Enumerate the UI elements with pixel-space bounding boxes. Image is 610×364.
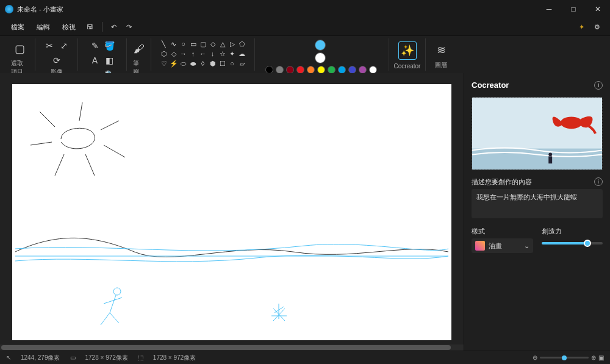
fill-icon[interactable]: 🪣 xyxy=(104,40,116,52)
creativity-slider[interactable] xyxy=(542,242,603,244)
zoom-in-icon[interactable]: ⊕ xyxy=(591,354,596,361)
menubar: 檔案 編輯 檢視 🖫 ↶ ↷ ✦ ⚙ xyxy=(0,18,610,35)
svg-rect-2 xyxy=(472,149,602,170)
redo-icon[interactable]: ↷ xyxy=(123,21,135,34)
svg-rect-4 xyxy=(548,156,552,163)
zoom-control[interactable]: ⊖ ⊕ ▣ xyxy=(533,354,604,361)
cocreator-title: Cocreator xyxy=(472,80,509,90)
copilot-icon[interactable]: ✦ xyxy=(575,21,588,34)
color-primary[interactable] xyxy=(315,40,326,51)
fit-icon[interactable]: ▣ xyxy=(598,354,604,361)
menu-file[interactable]: 檔案 xyxy=(6,20,29,34)
style-select[interactable]: 油畫 ⌄ xyxy=(472,238,533,253)
svg-point-0 xyxy=(113,288,121,295)
resize-icon[interactable]: ⤢ xyxy=(58,40,70,52)
brush-icon[interactable]: 🖌 xyxy=(130,40,148,58)
pencil-icon[interactable]: ✎ xyxy=(89,40,101,52)
cocreator-icon[interactable]: ✨ xyxy=(398,41,417,60)
creativity-label: 創造力 xyxy=(542,227,562,236)
canvas-area xyxy=(0,73,464,351)
cocreator-preview[interactable] xyxy=(472,97,603,170)
titlebar: 未命名 - 小畫家 ─ □ ✕ xyxy=(0,0,610,18)
save-icon[interactable]: 🖫 xyxy=(83,21,97,33)
prompt-input[interactable] xyxy=(472,189,603,218)
canvas[interactable] xyxy=(12,84,451,340)
ribbon-label-layers: 圖層 xyxy=(435,61,447,70)
drawing-sketch xyxy=(12,84,451,340)
settings-icon[interactable]: ⚙ xyxy=(590,21,604,34)
text-icon[interactable]: A xyxy=(89,54,101,66)
maximize-button[interactable]: □ xyxy=(561,0,586,18)
horizontal-scrollbar[interactable] xyxy=(0,344,464,351)
close-button[interactable]: ✕ xyxy=(586,0,610,18)
menu-edit[interactable]: 編輯 xyxy=(32,20,55,34)
zoom-out-icon[interactable]: ⊖ xyxy=(533,354,537,361)
style-thumb-icon xyxy=(475,241,485,251)
eraser-icon[interactable]: ◧ xyxy=(104,54,116,66)
canvas-size: 1728 × 972像素 xyxy=(85,354,128,362)
cocreator-panel: Cocreator i xyxy=(464,73,610,351)
minimize-button[interactable]: ─ xyxy=(537,0,561,18)
info-icon[interactable]: i xyxy=(594,81,603,90)
ribbon-label-cocreator: Cocreator xyxy=(394,63,421,70)
statusbar: ↖ 1244, 279像素 ▭ 1728 × 972像素 ⬚ 1728 × 97… xyxy=(0,351,610,364)
crop-icon[interactable]: ✂ xyxy=(43,40,56,52)
canvas-size-icon: ▭ xyxy=(70,354,76,361)
layers-icon[interactable]: ≋ xyxy=(432,41,450,59)
menu-view[interactable]: 檢視 xyxy=(57,20,81,34)
style-label: 樣式 xyxy=(472,227,485,236)
info-icon[interactable]: i xyxy=(594,177,603,186)
shapes-grid[interactable]: ╲∿○▭▢◇△▷⬠ ⬡◇→↑←↓☆✦☁ ♡⚡⬭⬬◊⬢☐○▱ xyxy=(160,40,246,68)
app-icon xyxy=(5,5,13,13)
print-size-icon: ⬚ xyxy=(138,354,143,361)
svg-point-5 xyxy=(561,116,583,129)
main-area: Cocreator i xyxy=(0,73,610,351)
window-title: 未命名 - 小畫家 xyxy=(17,5,63,14)
rotate-icon[interactable]: ⟳ xyxy=(51,54,63,66)
svg-point-3 xyxy=(548,152,552,156)
color-secondary[interactable] xyxy=(315,52,326,63)
print-size: 1728 × 972像素 xyxy=(153,354,196,362)
ribbon: ▢ 選取項目 ✂ ⤢ ⟳ 影像 ✎ 🪣 A ◧ ⟋ 🔍 工具 🖌 筆刷 ╲∿○▭… xyxy=(0,35,610,73)
mouse-position: 1244, 279像素 xyxy=(21,354,60,362)
prompt-label: 描述您要創作的內容 xyxy=(472,177,532,187)
select-tool[interactable]: ▢ xyxy=(11,40,29,58)
style-value: 油畫 xyxy=(489,241,502,251)
cursor-icon: ↖ xyxy=(6,354,11,361)
chevron-down-icon: ⌄ xyxy=(524,242,529,250)
undo-icon[interactable]: ↶ xyxy=(107,21,120,34)
